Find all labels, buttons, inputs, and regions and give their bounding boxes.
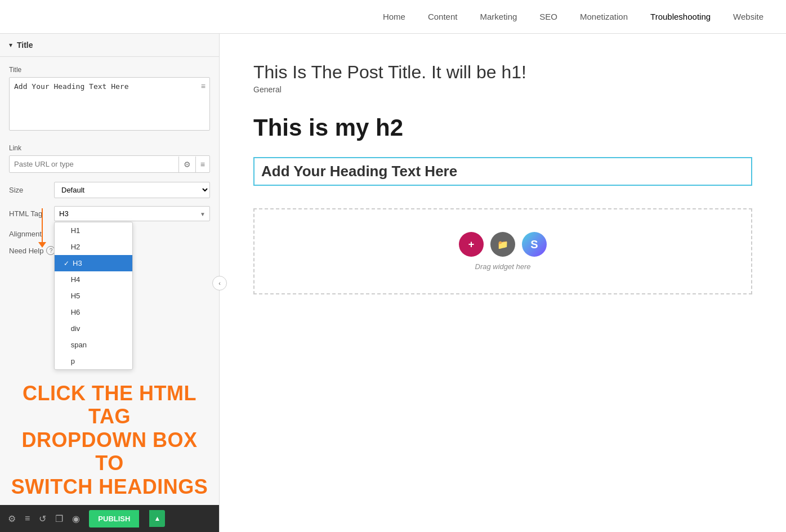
nav-website[interactable]: Website [733,12,763,21]
dropdown-item-h3[interactable]: ✓ H3 [55,255,132,271]
bottom-toolbar: ⚙ ≡ ↺ ❐ ◉ PUBLISH ▲ [0,505,219,532]
check-empty-div [64,325,68,333]
check-empty-h4 [64,276,68,284]
link-section: Link ⚙ ≡ [9,144,210,173]
dropdown-item-h4[interactable]: H4 [55,271,132,288]
right-content: This Is The Post Title. It will be h1! G… [220,34,786,532]
top-navigation: Home Content Marketing SEO Monetization … [0,0,786,34]
toolbar-undo-icon[interactable]: ↺ [39,513,46,524]
main-layout: ▾ Title Title Add Your Heading Text Here… [0,34,786,532]
dropdown-item-p[interactable]: p [55,353,132,369]
size-row: Size Default [9,182,210,198]
dropdown-item-div[interactable]: div [55,320,132,337]
dropdown-item-h5[interactable]: H5 [55,288,132,304]
check-empty-h2 [64,243,68,251]
dropdown-item-h6[interactable]: H6 [55,304,132,320]
publish-dropdown-button[interactable]: ▲ [149,510,165,527]
alignment-label: Alignment [9,230,54,238]
link-list-button[interactable]: ≡ [195,157,209,172]
dashed-drop-area[interactable]: + 📁 S Drag widget here [253,208,752,294]
post-subtitle: General [253,85,752,94]
selected-heading-display[interactable]: Add Your Heading Text Here [253,157,752,186]
title-field-label: Title [9,66,210,74]
size-label: Size [9,186,54,194]
nav-troubleshooting[interactable]: Troubleshooting [650,12,711,21]
check-h3: ✓ [64,260,69,267]
link-gear-button[interactable]: ⚙ [178,157,195,172]
toolbar-duplicate-icon[interactable]: ❐ [55,513,63,524]
check-empty-span [64,341,68,349]
html-tag-select[interactable]: H3 [54,206,210,221]
dropdown-item-span[interactable]: span [55,337,132,353]
nav-seo[interactable]: SEO [539,12,557,21]
toolbar-layers-icon[interactable]: ≡ [25,513,30,524]
check-empty-p [64,357,68,365]
left-panel: ▾ Title Title Add Your Heading Text Here… [0,34,220,532]
html-tag-select-wrap: H3 ▼ [54,206,210,221]
nav-marketing[interactable]: Marketing [480,12,517,21]
panel-content: Title Add Your Heading Text Here ≡ Link … [0,57,219,505]
drag-label: Drag widget here [475,262,531,271]
title-textarea[interactable]: Add Your Heading Text Here [9,77,210,131]
h2-heading: This is my h2 [253,114,752,141]
html-tag-label: HTML Tag [9,209,54,218]
size-select[interactable]: Default [54,182,210,198]
add-widget-icon[interactable]: + [459,232,484,257]
check-empty-h5 [64,292,68,300]
toolbar-gear-icon[interactable]: ⚙ [8,513,16,524]
folder-widget-icon[interactable]: 📁 [490,232,515,257]
post-title: This Is The Post Title. It will be h1! [253,62,752,83]
title-align-icon[interactable]: ≡ [201,82,206,91]
dropdown-item-h1[interactable]: H1 [55,222,132,239]
html-tag-row: HTML Tag H3 ▼ H1 H2 [9,206,210,221]
panel-header: ▾ Title [0,34,219,57]
link-input-wrap: ⚙ ≡ [9,155,210,173]
html-tag-dropdown: H1 H2 ✓ H3 H4 [54,222,133,370]
widget-icons: + 📁 S [459,232,547,257]
check-empty-h6 [64,309,68,316]
nav-monetization[interactable]: Monetization [580,12,628,21]
nav-content[interactable]: Content [428,12,458,21]
need-help-text: Need Help [9,247,43,255]
dropdown-item-h2[interactable]: H2 [55,239,132,255]
panel-collapse-button[interactable]: ‹ [212,276,227,290]
link-input[interactable] [10,156,178,172]
nav-home[interactable]: Home [383,12,405,21]
title-textarea-wrap: Add Your Heading Text Here ≡ [9,77,210,133]
check-empty-h1 [64,227,68,235]
nav-links: Home Content Marketing SEO Monetization … [383,12,763,21]
toolbar-eye-icon[interactable]: ◉ [72,513,80,524]
panel-title: Title [17,41,33,50]
s-widget-icon[interactable]: S [522,232,547,257]
preview-area: This Is The Post Title. It will be h1! G… [220,34,786,532]
link-field-label: Link [9,144,210,152]
panel-collapse-arrow[interactable]: ▾ [9,41,12,49]
publish-button[interactable]: PUBLISH [89,510,139,527]
